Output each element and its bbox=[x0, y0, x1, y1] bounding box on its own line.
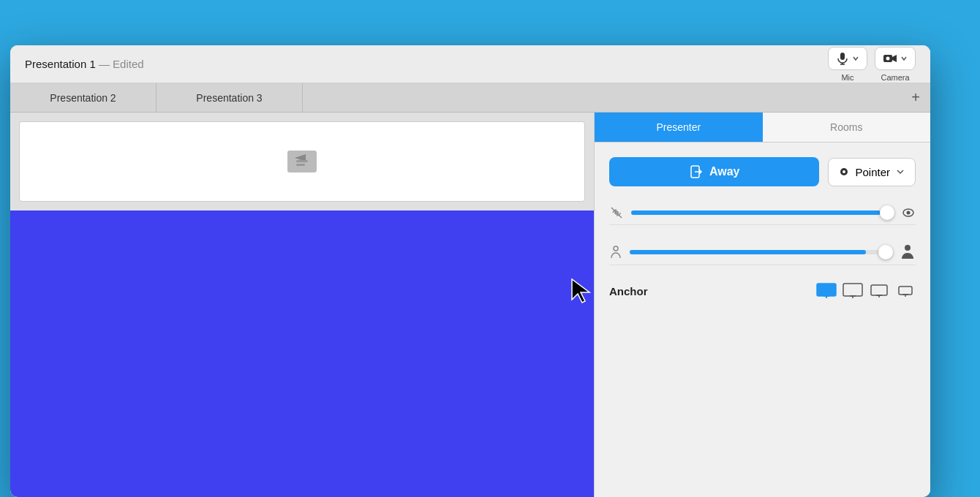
svg-rect-8 bbox=[296, 160, 308, 162]
svg-rect-0 bbox=[840, 53, 845, 60]
window-title: Presentation 1 — Edited bbox=[25, 58, 144, 70]
svg-rect-23 bbox=[843, 284, 862, 296]
panel-content: Away Pointer bbox=[595, 143, 930, 314]
svg-marker-4 bbox=[892, 55, 897, 62]
camera-button[interactable] bbox=[875, 47, 916, 70]
visibility-slider[interactable] bbox=[631, 210, 894, 215]
size-slider-row bbox=[609, 240, 916, 265]
mic-chevron-icon bbox=[852, 55, 859, 62]
pointer-chevron-icon bbox=[896, 167, 905, 176]
camera-label: Camera bbox=[881, 73, 909, 82]
panel-tabs: Presenter Rooms bbox=[595, 113, 930, 143]
anchor-row: Anchor bbox=[609, 280, 916, 299]
tab-presentation2[interactable]: Presentation 2 bbox=[10, 83, 157, 112]
camera-icon bbox=[883, 52, 897, 65]
svg-point-17 bbox=[907, 211, 911, 215]
add-tab-button[interactable]: + bbox=[901, 83, 930, 112]
svg-point-5 bbox=[886, 56, 890, 60]
action-row: Away Pointer bbox=[609, 157, 916, 186]
title-edited: Edited bbox=[113, 58, 144, 70]
svg-point-13 bbox=[843, 170, 845, 173]
svg-point-18 bbox=[614, 246, 618, 251]
title-separator: — bbox=[99, 58, 113, 70]
svg-point-19 bbox=[905, 245, 911, 251]
slide-icon bbox=[280, 140, 324, 183]
svg-rect-20 bbox=[817, 284, 836, 296]
content-area: Presenter Rooms Away bbox=[10, 113, 930, 497]
away-icon bbox=[689, 164, 704, 179]
mic-icon bbox=[836, 52, 849, 65]
mic-button[interactable] bbox=[828, 47, 867, 70]
pointer-dropdown[interactable]: Pointer bbox=[828, 158, 916, 186]
title-bar: Presentation 1 — Edited Mic bbox=[10, 45, 930, 83]
pointer-dot-icon bbox=[839, 167, 849, 177]
right-panel: Presenter Rooms Away bbox=[594, 113, 930, 497]
svg-rect-9 bbox=[296, 164, 305, 166]
person-large-icon bbox=[900, 244, 916, 260]
title-bar-controls: Mic Camera bbox=[828, 47, 916, 82]
anchor-screen-fill-icon[interactable] bbox=[816, 283, 837, 299]
slide-main bbox=[10, 210, 594, 497]
anchor-label: Anchor bbox=[609, 285, 648, 297]
slide-area bbox=[10, 113, 594, 497]
tab-presenter[interactable]: Presenter bbox=[595, 113, 763, 142]
mic-label: Mic bbox=[841, 73, 853, 82]
away-button[interactable]: Away bbox=[609, 157, 819, 186]
person-small-icon bbox=[609, 245, 622, 259]
svg-rect-26 bbox=[871, 285, 887, 295]
anchor-icons bbox=[816, 283, 916, 299]
visibility-on-icon bbox=[901, 205, 916, 220]
visibility-off-icon bbox=[609, 205, 624, 220]
camera-control[interactable]: Camera bbox=[875, 47, 916, 82]
tab-bar: Presentation 2 Presentation 3 + bbox=[10, 83, 930, 113]
size-slider[interactable] bbox=[630, 250, 892, 254]
anchor-screen-minimal-icon[interactable] bbox=[895, 283, 916, 299]
camera-chevron-icon bbox=[900, 55, 908, 62]
main-window: Presentation 1 — Edited Mic bbox=[10, 45, 930, 497]
slide-thumbnail bbox=[19, 121, 585, 202]
svg-rect-29 bbox=[899, 287, 912, 295]
mic-control[interactable]: Mic bbox=[828, 47, 867, 82]
visibility-slider-row bbox=[609, 201, 916, 225]
tab-rooms[interactable]: Rooms bbox=[763, 113, 931, 142]
anchor-screen-small-icon[interactable] bbox=[869, 283, 889, 299]
tab-presentation3[interactable]: Presentation 3 bbox=[157, 83, 303, 112]
title-name: Presentation 1 bbox=[25, 58, 96, 70]
anchor-screen-icon[interactable] bbox=[843, 283, 863, 299]
